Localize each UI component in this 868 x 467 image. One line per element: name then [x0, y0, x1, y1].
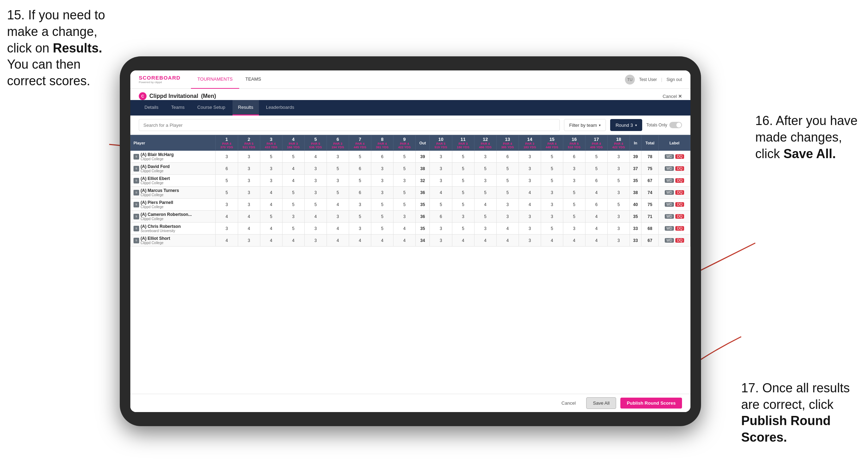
- score-hole-5[interactable]: 4: [304, 151, 327, 163]
- score-hole-9[interactable]: 5: [393, 187, 416, 199]
- score-hole-4[interactable]: 5: [282, 151, 304, 163]
- score-hole-12[interactable]: 3: [474, 223, 496, 235]
- score-hole-6[interactable]: 3: [327, 151, 349, 163]
- tab-details[interactable]: Details: [139, 100, 164, 116]
- score-hole-1[interactable]: 3: [216, 151, 238, 163]
- score-hole-8[interactable]: 3: [371, 175, 393, 187]
- score-hole-8[interactable]: 6: [371, 151, 393, 163]
- wd-button[interactable]: WD: [665, 166, 674, 171]
- score-hole-6[interactable]: 4: [327, 223, 349, 235]
- score-hole-8[interactable]: 5: [371, 223, 393, 235]
- score-hole-2[interactable]: 3: [238, 175, 260, 187]
- score-hole-13[interactable]: 5: [496, 175, 519, 187]
- score-hole-14[interactable]: 4: [519, 187, 541, 199]
- score-hole-16[interactable]: 4: [563, 235, 585, 247]
- score-hole-5[interactable]: 3: [304, 187, 327, 199]
- score-hole-15[interactable]: 5: [541, 175, 563, 187]
- score-hole-16[interactable]: 5: [563, 211, 585, 223]
- score-hole-13[interactable]: 4: [496, 223, 519, 235]
- score-hole-10[interactable]: 3: [430, 175, 452, 187]
- wd-button[interactable]: WD: [665, 238, 674, 243]
- score-hole-16[interactable]: 3: [563, 223, 585, 235]
- score-hole-4[interactable]: 5: [282, 223, 304, 235]
- score-hole-13[interactable]: 4: [496, 235, 519, 247]
- score-hole-1[interactable]: 5: [216, 175, 238, 187]
- score-hole-17[interactable]: 6: [585, 175, 608, 187]
- score-hole-13[interactable]: 5: [496, 163, 519, 175]
- cancel-top-button[interactable]: Cancel ✕: [663, 94, 682, 99]
- score-hole-15[interactable]: 5: [541, 223, 563, 235]
- score-hole-17[interactable]: 4: [585, 223, 608, 235]
- score-hole-9[interactable]: 5: [393, 199, 416, 211]
- score-hole-4[interactable]: 4: [282, 235, 304, 247]
- score-hole-5[interactable]: 3: [304, 163, 327, 175]
- score-hole-9[interactable]: 3: [393, 211, 416, 223]
- score-hole-18[interactable]: 5: [608, 175, 630, 187]
- score-hole-14[interactable]: 3: [519, 235, 541, 247]
- score-hole-4[interactable]: 4: [282, 163, 304, 175]
- score-hole-5[interactable]: 3: [304, 175, 327, 187]
- score-hole-18[interactable]: 3: [608, 211, 630, 223]
- score-hole-6[interactable]: 3: [327, 175, 349, 187]
- score-hole-3[interactable]: 4: [260, 223, 282, 235]
- score-hole-16[interactable]: 5: [563, 199, 585, 211]
- score-hole-8[interactable]: 3: [371, 187, 393, 199]
- score-hole-15[interactable]: 5: [541, 163, 563, 175]
- score-hole-9[interactable]: 4: [393, 235, 416, 247]
- score-hole-3[interactable]: 4: [260, 235, 282, 247]
- score-hole-10[interactable]: 6: [430, 211, 452, 223]
- score-hole-9[interactable]: 5: [393, 163, 416, 175]
- wd-button[interactable]: WD: [665, 178, 674, 183]
- score-hole-2[interactable]: 3: [238, 235, 260, 247]
- score-hole-17[interactable]: 5: [585, 163, 608, 175]
- score-hole-3[interactable]: 5: [260, 151, 282, 163]
- score-hole-7[interactable]: 3: [349, 199, 371, 211]
- score-hole-7[interactable]: 5: [349, 151, 371, 163]
- save-all-button[interactable]: Save All: [586, 397, 616, 409]
- score-hole-12[interactable]: 4: [474, 199, 496, 211]
- score-hole-6[interactable]: 3: [327, 211, 349, 223]
- score-hole-3[interactable]: 5: [260, 211, 282, 223]
- wd-button[interactable]: WD: [665, 226, 674, 231]
- score-hole-14[interactable]: 4: [519, 199, 541, 211]
- score-hole-10[interactable]: 3: [430, 151, 452, 163]
- score-hole-5[interactable]: 5: [304, 199, 327, 211]
- score-hole-12[interactable]: 4: [474, 235, 496, 247]
- score-hole-2[interactable]: 3: [238, 151, 260, 163]
- score-hole-7[interactable]: 5: [349, 211, 371, 223]
- signout-link[interactable]: Sign out: [666, 77, 682, 82]
- round-selector-button[interactable]: Round 3 ▾: [610, 119, 642, 131]
- dq-button[interactable]: DQ: [675, 190, 684, 195]
- score-hole-8[interactable]: 5: [371, 199, 393, 211]
- score-hole-12[interactable]: 5: [474, 211, 496, 223]
- score-hole-1[interactable]: 4: [216, 211, 238, 223]
- score-hole-14[interactable]: 3: [519, 163, 541, 175]
- score-hole-8[interactable]: 3: [371, 163, 393, 175]
- score-hole-17[interactable]: 4: [585, 211, 608, 223]
- dq-button[interactable]: DQ: [675, 166, 684, 171]
- score-hole-2[interactable]: 4: [238, 223, 260, 235]
- score-hole-7[interactable]: 3: [349, 223, 371, 235]
- score-hole-2[interactable]: 3: [238, 187, 260, 199]
- score-hole-15[interactable]: 3: [541, 199, 563, 211]
- score-hole-11[interactable]: 5: [452, 223, 474, 235]
- tab-course-setup[interactable]: Course Setup: [192, 100, 231, 116]
- score-hole-6[interactable]: 5: [327, 187, 349, 199]
- score-hole-13[interactable]: 6: [496, 151, 519, 163]
- score-hole-7[interactable]: 4: [349, 235, 371, 247]
- score-hole-16[interactable]: 6: [563, 151, 585, 163]
- wd-button[interactable]: WD: [665, 214, 674, 219]
- score-hole-10[interactable]: 3: [430, 163, 452, 175]
- dq-button[interactable]: DQ: [675, 214, 684, 219]
- wd-button[interactable]: WD: [665, 154, 674, 159]
- score-hole-12[interactable]: 5: [474, 187, 496, 199]
- dq-button[interactable]: DQ: [675, 178, 684, 183]
- tab-leaderboards[interactable]: Leaderboards: [260, 100, 300, 116]
- score-hole-2[interactable]: 3: [238, 199, 260, 211]
- score-hole-15[interactable]: 4: [541, 235, 563, 247]
- score-hole-2[interactable]: 4: [238, 211, 260, 223]
- score-hole-9[interactable]: 5: [393, 151, 416, 163]
- score-hole-18[interactable]: 3: [608, 151, 630, 163]
- score-hole-18[interactable]: 3: [608, 235, 630, 247]
- dq-button[interactable]: DQ: [675, 202, 684, 207]
